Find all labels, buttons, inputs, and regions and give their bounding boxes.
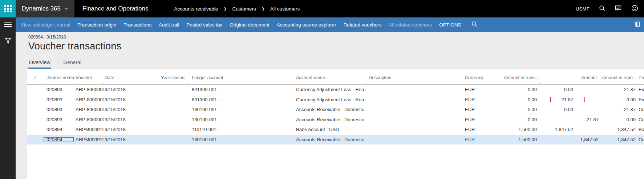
cell-voucher[interactable]: ARPM000919 [74, 137, 104, 142]
cell-amount_repo[interactable]: -1,847.52 [601, 137, 637, 142]
cell-ledger[interactable]: 801300-001--- [189, 97, 292, 102]
cell-account[interactable]: Currency Adjustment Loss - Rea... [292, 97, 367, 102]
cell-amount_trans[interactable]: 0.00 [502, 107, 540, 112]
cell-currency[interactable]: EUR [463, 97, 502, 102]
cell-journal[interactable]: 020894 [43, 137, 74, 142]
cell-date[interactable]: 3/15/2018 [104, 117, 158, 122]
column-header-posting[interactable]: Po [637, 75, 644, 84]
cell-amount_trans[interactable]: 0.00 [502, 97, 540, 102]
cell-amount_trans[interactable]: 0.00 [502, 87, 540, 92]
table-row[interactable]: 020893ARP-800000083/15/2018801300-001---… [27, 95, 644, 105]
cell-posting[interactable]: Cu [637, 117, 644, 122]
cell-amount_repo[interactable]: 21.87 [601, 87, 637, 92]
cell-amount_trans[interactable]: 1,500.00 [502, 127, 540, 132]
dynamics-home-button[interactable]: Dynamics 365 ⌄ [16, 0, 74, 17]
cell-amount[interactable]: 1,847.52 [540, 127, 601, 132]
column-header-amount[interactable]: Amount [540, 75, 601, 84]
cell-currency[interactable]: EUR [463, 87, 502, 92]
column-header-amount_trans[interactable]: Amount in trans... [502, 75, 540, 84]
hamburger-menu-button[interactable] [0, 17, 16, 32]
cell-amount_trans[interactable]: -1,500.00 [502, 137, 540, 142]
breadcrumb-item[interactable]: All customers [270, 6, 300, 12]
column-header-currency[interactable]: Currency [463, 75, 502, 84]
cell-date[interactable]: 3/15/2018 [104, 107, 158, 112]
search-button[interactable] [599, 5, 605, 13]
cell-date[interactable]: 3/15/2018 [104, 127, 158, 132]
action-item-transaction-origin[interactable]: Transaction origin [77, 22, 116, 28]
action-item-original-document[interactable]: Original document [230, 22, 270, 28]
cell-posting[interactable]: Cu [637, 107, 644, 112]
cell-posting[interactable]: Ex [637, 87, 644, 92]
cell-ledger[interactable]: 110110-001- [189, 127, 292, 132]
app-launcher-button[interactable] [0, 0, 16, 17]
column-header-description[interactable]: Description [367, 75, 463, 84]
action-item-transactions[interactable]: Transactions [123, 22, 151, 28]
cell-date[interactable]: 3/15/2018 [104, 87, 158, 92]
cell-amount[interactable]: 0.00 [540, 107, 601, 112]
cell-account[interactable]: Currency Adjustment Loss - Rea... [292, 87, 367, 92]
cell-posting[interactable]: Ba [637, 127, 644, 132]
cell-amount[interactable]: 21.87 [540, 97, 601, 102]
column-header-date[interactable]: Date↑ [104, 75, 158, 84]
action-item-options[interactable]: OPTIONS [439, 22, 461, 28]
table-row[interactable]: 020893ARP-800000083/15/2018130100-001-Ac… [27, 115, 644, 125]
action-item-audit-trail[interactable]: Audit trail [159, 22, 179, 28]
cell-ledger[interactable]: 130100-001- [189, 107, 292, 112]
cell-voucher[interactable]: ARPM000919 [74, 127, 104, 132]
cell-account[interactable]: Accounts Receivable - Domestic [292, 107, 367, 112]
column-header-ledger[interactable]: Ledger account [189, 75, 292, 84]
cell-amount_repo[interactable]: 0.00 [601, 97, 637, 102]
column-header-voucher[interactable]: Voucher [74, 75, 104, 84]
action-search-button[interactable] [471, 21, 478, 28]
cell-ledger[interactable]: 130100-001- [189, 137, 292, 142]
table-row[interactable]: 020893ARP-800000083/15/2018801300-001---… [27, 85, 644, 95]
breadcrumb-item[interactable]: Customers [232, 6, 256, 12]
cell-ledger[interactable]: 801300-001--- [189, 87, 292, 92]
action-item-related-vouchers[interactable]: Related vouchers [343, 22, 381, 28]
table-row[interactable]: 020894ARPM0009193/15/2018130100-001-Acco… [27, 135, 644, 145]
action-item-accounting-source-explorer[interactable]: Accounting source explorer [277, 22, 336, 28]
close-pane-button[interactable] [635, 21, 640, 28]
cell-voucher[interactable]: ARP-80000008 [74, 97, 104, 102]
action-item-posted-sales-tax[interactable]: Posted sales tax [186, 22, 222, 28]
cell-currency[interactable]: EUR [463, 117, 502, 122]
cell-voucher[interactable]: ARP-80000008 [74, 107, 104, 112]
cell-currency[interactable]: EUR [463, 107, 502, 112]
cell-journal[interactable]: 020893 [43, 97, 74, 102]
cell-voucher[interactable]: ARP-80000008 [74, 87, 104, 92]
column-header-amount_repo[interactable]: Amount in repo... [601, 75, 637, 84]
column-header-journal[interactable]: Journal number [43, 75, 74, 84]
cell-voucher[interactable]: ARP-80000008 [74, 117, 104, 122]
app-name[interactable]: Finance and Operations [74, 0, 163, 17]
cell-posting[interactable]: Ex [637, 97, 644, 102]
filter-button[interactable] [5, 38, 11, 45]
cell-currency[interactable]: EUR [463, 127, 502, 132]
cell-journal[interactable]: 020893 [43, 107, 74, 112]
cell-amount_repo[interactable]: 0.00 [601, 117, 637, 122]
cell-journal[interactable]: 020893 [43, 117, 74, 122]
cell-currency[interactable]: EUR [463, 137, 502, 142]
column-header-account[interactable]: Account name [292, 75, 367, 84]
cell-account[interactable]: Bank Account - USD [292, 127, 367, 132]
cell-date[interactable]: 3/15/2018 [104, 97, 158, 102]
cell-account[interactable]: Accounts Receivable - Domestic [292, 137, 367, 142]
cell-amount_trans[interactable]: 0.00 [502, 117, 540, 122]
cell-amount[interactable]: 1,847.52 [540, 137, 601, 142]
company-selector[interactable]: USMF [576, 6, 590, 12]
feedback-button[interactable] [615, 5, 622, 13]
cell-ledger[interactable]: 130100-001- [189, 117, 292, 122]
cell-account[interactable]: Accounts Receivable - Domestic [292, 117, 367, 122]
tab-general[interactable]: General [62, 57, 82, 69]
cell-journal[interactable]: 020894 [43, 127, 74, 132]
cell-amount[interactable]: 0.00 [540, 87, 601, 92]
tab-overview[interactable]: Overview [28, 57, 51, 69]
cell-amount_repo[interactable]: 1,847.52 [601, 127, 637, 132]
cell-posting[interactable]: Cu [637, 137, 644, 142]
breadcrumb-item[interactable]: Accounts receivable [174, 6, 218, 12]
sentiment-button[interactable] [631, 5, 638, 13]
table-row[interactable]: 020894ARPM0009193/15/2018110110-001-Bank… [27, 125, 644, 135]
cell-date[interactable]: 3/15/2018 [104, 137, 158, 142]
cell-amount[interactable]: 21.87 [540, 117, 601, 122]
cell-journal[interactable]: 020893 [43, 87, 74, 92]
column-header-year_closed[interactable]: Year closed [158, 75, 189, 84]
